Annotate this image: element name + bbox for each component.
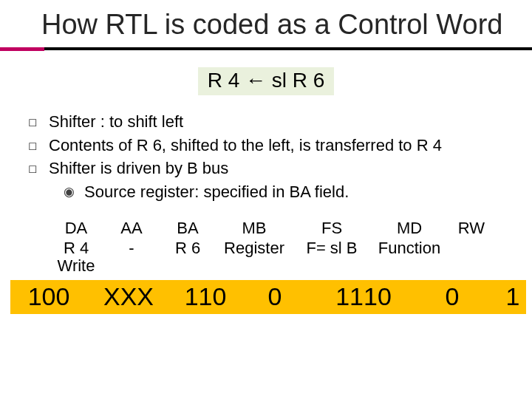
th: RW bbox=[448, 219, 495, 239]
th: BA bbox=[160, 219, 216, 239]
slide-title: How RTL is coded as a Control Word bbox=[0, 0, 532, 47]
rtl-expression: R 4 ← sl R 6 bbox=[198, 67, 334, 95]
th: MB bbox=[216, 219, 293, 239]
td: Function bbox=[371, 239, 448, 276]
td bbox=[448, 239, 495, 276]
th: FS bbox=[293, 219, 371, 239]
code-cell: 0 bbox=[241, 282, 309, 311]
code-cell: 1 bbox=[486, 282, 532, 311]
code-cell: 0 bbox=[418, 282, 486, 311]
td: F= sl B bbox=[293, 239, 371, 276]
code-cell: XXX bbox=[87, 282, 170, 311]
list-item: ◻ Shifter is driven by B bus bbox=[28, 157, 517, 180]
list-item: ◻ Contents of R 6, shifted to the left, … bbox=[28, 134, 517, 157]
accent-bar bbox=[0, 47, 44, 51]
td: R 6 bbox=[160, 239, 216, 276]
th: DA bbox=[49, 219, 103, 239]
bullet-text: Contents of R 6, shifted to the left, is… bbox=[49, 134, 442, 157]
bullet-list: ◻ Shifter : to shift left ◻ Contents of … bbox=[0, 106, 532, 205]
control-word-code: 100 XXX 110 0 1110 0 1 bbox=[10, 280, 526, 314]
sub-bullet-icon: ◉ bbox=[64, 180, 84, 202]
bullet-text: Shifter : to shift left bbox=[49, 110, 183, 134]
th: AA bbox=[103, 219, 160, 239]
sub-bullet-text: Source register: specified in BA field. bbox=[84, 180, 349, 204]
bullet-text: Shifter is driven by B bus bbox=[49, 157, 228, 180]
code-cell: 1110 bbox=[309, 282, 418, 311]
td: R 4 Write bbox=[49, 239, 103, 276]
bullet-icon: ◻ bbox=[28, 110, 49, 130]
bullet-icon: ◻ bbox=[28, 134, 49, 154]
code-cell: 110 bbox=[170, 282, 241, 311]
list-item: ◻ Shifter : to shift left bbox=[28, 110, 517, 134]
sub-list-item: ◉ Source register: specified in BA field… bbox=[28, 180, 517, 204]
td: Register bbox=[216, 239, 293, 276]
td: - bbox=[103, 239, 160, 276]
title-underline bbox=[0, 47, 532, 51]
bullet-icon: ◻ bbox=[28, 157, 49, 177]
underline-bar bbox=[44, 47, 532, 50]
field-table: DA AA BA MB FS MD RW R 4 Write - R 6 Reg… bbox=[49, 219, 505, 276]
th: MD bbox=[371, 219, 448, 239]
code-cell: 100 bbox=[10, 282, 87, 311]
